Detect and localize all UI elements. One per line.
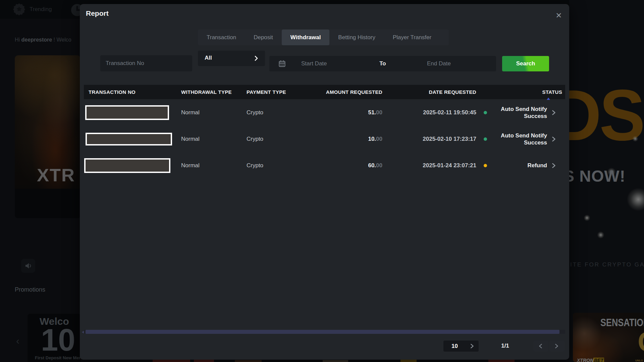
transaction-no-redacted — [86, 133, 172, 145]
amount-cell: 60.00 — [312, 162, 382, 169]
date-range-picker[interactable]: Start Date To End Date — [269, 56, 496, 71]
next-page-button[interactable] — [549, 341, 565, 352]
page-indicator: 1/1 — [495, 343, 515, 349]
end-date-field[interactable]: End Date — [427, 60, 451, 67]
report-tab-bar: Transaction Deposit Withdrawal Betting H… — [198, 29, 449, 45]
column-header-withdrawal-type: WITHDRAWAL TYPE — [181, 89, 247, 95]
chevron-right-icon[interactable] — [552, 136, 556, 142]
chevron-right-icon[interactable] — [552, 163, 556, 168]
status-dot — [484, 137, 487, 141]
report-modal: Report ✕ Transaction Deposit Withdrawal … — [80, 4, 569, 360]
status-cell: Auto Send Notify Success — [476, 126, 565, 152]
tab-withdrawal[interactable]: Withdrawal — [282, 29, 330, 45]
amount-cents: 00 — [376, 162, 382, 169]
amount-whole: 10. — [368, 136, 376, 142]
scrollbar-left-arrow — [82, 331, 84, 334]
amount-cell: 10.00 — [312, 136, 382, 142]
amount-whole: 51. — [368, 109, 376, 116]
date-value: 2025-02-10 17:23:17 — [423, 136, 476, 142]
page-size-selector[interactable]: 10 — [443, 341, 479, 352]
status-cell: Auto Send Notify Success — [476, 99, 565, 126]
amount-cell: 51.00 — [312, 109, 382, 116]
payment-type-cell: Crypto — [247, 109, 312, 116]
payment-type-cell: Crypto — [247, 162, 312, 169]
column-header-date-requested: DATE REQUESTED — [382, 89, 476, 95]
payment-type-cell: Crypto — [247, 136, 312, 142]
tab-player-transfer[interactable]: Player Transfer — [384, 29, 440, 45]
date-range-separator: To — [373, 60, 393, 67]
date-value: 2025-01-24 23:07:21 — [423, 162, 476, 169]
type-filter-dropdown[interactable]: All — [198, 51, 265, 66]
status-dot — [484, 111, 487, 114]
date-value: 2025-02-11 19:50:45 — [423, 109, 476, 116]
close-icon[interactable]: ✕ — [553, 10, 564, 21]
status-dot — [484, 164, 487, 167]
horizontal-scrollbar-thumb[interactable] — [86, 330, 559, 334]
table-body: Normal Crypto 51.00 2025-02-11 19:50:45 … — [84, 99, 565, 179]
status-text: Auto Send Notify Success — [487, 106, 552, 120]
calendar-icon — [279, 60, 285, 67]
chevron-left-icon — [539, 344, 542, 349]
tab-betting-history[interactable]: Betting History — [329, 29, 384, 45]
tab-deposit[interactable]: Deposit — [245, 29, 282, 45]
withdrawal-type-cell: Normal — [181, 162, 247, 169]
chevron-right-icon[interactable] — [552, 110, 556, 115]
transaction-no-input[interactable] — [100, 55, 192, 71]
transaction-no-redacted — [85, 105, 169, 120]
status-text: Auto Send Notify Success — [487, 132, 552, 146]
table-row[interactable]: Normal Crypto 10.00 2025-02-10 17:23:17 … — [84, 126, 565, 152]
amount-whole: 60. — [368, 162, 376, 169]
table-row[interactable]: Normal Crypto 51.00 2025-02-11 19:50:45 … — [84, 99, 565, 126]
table-header-row: TRANSACTION NO WITHDRAWAL TYPE PAYMENT T… — [84, 85, 565, 99]
chevron-right-icon — [254, 56, 259, 61]
withdrawal-type-cell: Normal — [181, 136, 247, 142]
tab-transaction[interactable]: Transaction — [198, 29, 245, 45]
modal-title: Report — [86, 9, 109, 17]
column-header-payment-type: PAYMENT TYPE — [247, 89, 312, 95]
start-date-field[interactable]: Start Date — [301, 60, 327, 67]
date-requested-cell: 2025-02-11 19:50:45 — [382, 109, 476, 116]
page-size-value: 10 — [451, 343, 458, 350]
chevron-right-icon — [470, 344, 474, 349]
transaction-no-redacted — [84, 158, 170, 173]
column-header-amount-requested: AMOUNT REQUESTED — [312, 89, 382, 95]
table-row[interactable]: Normal Crypto 60.00 2025-01-24 23:07:21 … — [84, 152, 565, 179]
column-header-transaction-no: TRANSACTION NO — [84, 89, 181, 95]
date-requested-cell: 2025-01-24 23:07:21 — [382, 162, 476, 169]
date-requested-cell: 2025-02-10 17:23:17 — [382, 136, 476, 142]
chevron-right-icon — [555, 344, 558, 349]
status-cell: Refund — [476, 152, 565, 179]
withdrawal-type-cell: Normal — [181, 109, 247, 116]
type-filter-value: All — [205, 55, 212, 61]
amount-cents: 00 — [376, 136, 382, 142]
status-text: Refund — [487, 162, 552, 169]
prev-page-button[interactable] — [533, 341, 548, 352]
amount-cents: 00 — [376, 109, 382, 116]
search-button[interactable]: Search — [502, 56, 549, 71]
column-header-status: STATUS — [476, 89, 565, 95]
